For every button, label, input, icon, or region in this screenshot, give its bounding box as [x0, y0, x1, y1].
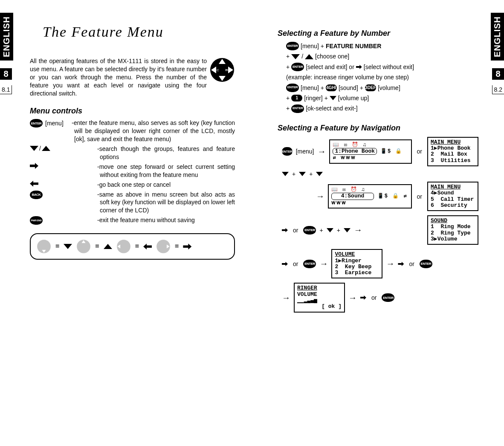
flow-arrow-icon: →: [319, 259, 328, 269]
dim-cross-up-icon: [76, 239, 91, 254]
nav-cross-icon: C ✉: [209, 57, 235, 83]
page-title: The Feature Menu: [43, 24, 235, 40]
down-arrow-icon: [330, 96, 336, 100]
left-arrow-icon: [30, 181, 38, 187]
up-arrow-icon: [305, 54, 313, 59]
flow-arrow-icon: →: [317, 147, 326, 156]
down-arrow-icon: [327, 228, 333, 232]
flow-arrow-icon: →: [316, 191, 324, 201]
control-desc: -search though the groups, features and …: [98, 145, 235, 161]
flow-arrow-icon: →: [386, 259, 394, 269]
nav-flow-row: → RINGER VOLUME ▁▁▂▃▄▅ [ ok ] → or ENTER: [282, 283, 478, 312]
nav-flow-row: or ENTER + + → SOUND 1 Ring Mode 2 Ring …: [282, 215, 478, 245]
up-arrow-icon: [42, 146, 50, 151]
nav-legend-box: = = = =: [30, 233, 235, 260]
right-arrow-icon: [30, 163, 38, 169]
intro-paragraph: All the operating features of the MX-111…: [30, 57, 235, 97]
proc-line: + ENTER [select and exit] or [select wit…: [286, 62, 478, 72]
down-arrow-icon: [316, 172, 323, 176]
lcd-mainmenu-1: MAIN MENU 1▶Phone Book 2 Mail Box 3 Util…: [427, 137, 478, 166]
page-number-left: 8.1: [0, 85, 12, 94]
control-right: -move one step forward or select current…: [30, 163, 235, 179]
menu-controls-heading: Menu controls: [30, 107, 235, 116]
right-arrow-icon: [282, 262, 288, 266]
control-label: [menu]: [45, 120, 64, 127]
down-arrow-icon: [30, 146, 38, 151]
section-number-left: 8: [0, 68, 12, 80]
down-arrow-icon: [291, 54, 300, 59]
control-desc: -go back one step or cancel: [98, 181, 235, 189]
nav-flow-row: + +: [282, 171, 478, 177]
key-4-icon: 4GHI: [326, 84, 337, 91]
control-back: BACK -same as above in menu screen but a…: [30, 191, 235, 215]
enter-icon: ENTER: [420, 260, 432, 268]
flow-arrow-icon: →: [282, 293, 290, 303]
equals: =: [175, 243, 179, 250]
down-arrow-icon: [282, 172, 289, 176]
right-arrow-icon: [183, 243, 191, 249]
section-number-right: 8: [492, 68, 504, 80]
lcd-sound-menu: SOUND 1 Ring Mode 2 Ring Type 3▶Volume: [427, 215, 478, 245]
enter-icon: ENTER: [303, 260, 316, 268]
control-desc: -move one step forward or select current…: [98, 163, 235, 179]
control-pwr: PWR END -exit the feature menu without s…: [30, 216, 235, 225]
select-by-number-heading: Selecting a Feature by Number: [278, 29, 478, 38]
back-icon: BACK: [30, 191, 43, 199]
down-arrow-icon: [299, 172, 306, 176]
flow-arrow-icon: →: [348, 293, 357, 303]
enter-icon: ENTER: [382, 293, 394, 302]
control-down-up: / -search though the groups, features an…: [30, 145, 235, 161]
up-arrow-icon: [104, 244, 112, 249]
down-arrow-icon: [344, 228, 350, 232]
right-arrow-icon: [360, 295, 366, 300]
dim-cross-down-icon: [37, 239, 51, 254]
proc-line: ENTER [menu] + FEATURE NUMBER: [286, 41, 478, 51]
enter-icon: ENTER: [291, 63, 304, 71]
down-arrow-icon: [64, 244, 72, 249]
dim-cross-right-icon: [156, 239, 171, 254]
lcd-phonebook-icon-view: 📖 ✉ ⏰ ♫ 1:Phone Book 📱$ 🔒 ⇄ ᴡᴡᴡ: [329, 139, 411, 164]
right-arrow-icon: [398, 262, 404, 266]
enter-icon: ENTER: [30, 119, 43, 127]
language-tab-right: ENGLISH: [491, 13, 504, 61]
enter-icon: ENTER: [282, 147, 293, 156]
equals: =: [95, 243, 99, 250]
nav-flow-row: or ENTER → VOLUME 1▶Ringer 2 Key Beep 3 …: [282, 249, 478, 278]
page-number-right: 8.2: [492, 85, 504, 94]
proc-line: + / [choose one]: [286, 52, 478, 61]
proc-line: + ENTER [ok-select and exit-]: [286, 104, 478, 113]
control-desc: -enter the feature menu, also serves as …: [72, 119, 235, 143]
control-menu: ENTER [menu] -enter the feature menu, al…: [30, 119, 235, 143]
lcd-sound-icon-view: 📖 ✉ ⏰ ♫ 4:Sound 📱$ 🔒 ⇄ ᴡᴡᴡ: [328, 184, 412, 209]
left-arrow-icon: [143, 243, 152, 249]
lcd-mainmenu-2: MAIN MENU 4▶Sound 5 Call Timer 6 Securit…: [427, 182, 478, 211]
enter-icon: ENTER: [286, 42, 299, 50]
enter-icon: ENTER: [286, 84, 299, 92]
proc-line: ENTER [menu] + 4GHI [sound] + 3DEF [volu…: [286, 83, 478, 93]
key-3-icon: 3DEF: [365, 84, 376, 91]
control-desc: -exit the feature menu without saving: [98, 216, 235, 224]
pwr-end-icon: PWR END: [30, 216, 43, 225]
dim-cross-left-icon: [116, 239, 131, 254]
right-arrow-icon: [282, 228, 288, 232]
proc-example-note: (example: increase ringer volume by one …: [286, 72, 478, 82]
nav-flow-row: → 📖 ✉ ⏰ ♫ 4:Sound 📱$ 🔒 ⇄ ᴡᴡᴡ or MAIN MEN…: [282, 182, 478, 211]
select-by-nav-heading: Selecting a Feature by Navigation: [278, 124, 478, 133]
svg-text:C: C: [217, 68, 219, 72]
enter-icon: ENTER: [303, 226, 316, 235]
equals: =: [55, 243, 59, 250]
nav-flow-row: ENTER [menu] → 📖 ✉ ⏰ ♫ 1:Phone Book 📱$ 🔒…: [282, 137, 478, 166]
language-tab-left: ENGLISH: [0, 13, 13, 61]
key-1-icon: 1: [291, 95, 302, 101]
control-desc: -same as above in menu screen but also a…: [98, 191, 235, 215]
right-arrow-icon: [356, 65, 362, 69]
flow-arrow-icon: →: [354, 225, 362, 235]
lcd-ringer-volume: RINGER VOLUME ▁▁▂▃▄▅ [ ok ]: [294, 283, 345, 312]
svg-text:✉: ✉: [225, 68, 228, 72]
lcd-volume-menu: VOLUME 1▶Ringer 2 Key Beep 3 Earpiece: [331, 249, 382, 278]
control-left: -go back one step or cancel: [30, 181, 235, 189]
proc-line: + 1 [ringer] + [volume up]: [286, 93, 478, 103]
enter-icon: ENTER: [291, 104, 304, 113]
equals: =: [135, 243, 139, 250]
